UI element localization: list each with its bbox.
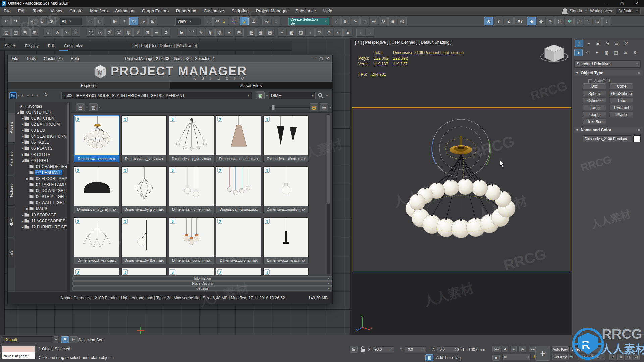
named-selection-icon[interactable]: {} bbox=[332, 17, 341, 25]
percent-snap-icon[interactable]: % bbox=[262, 17, 271, 25]
asset-item[interactable]: 3Dimensiva...muuto.max bbox=[263, 166, 309, 213]
angle-snap-icon[interactable]: ∠ bbox=[249, 17, 258, 25]
search-input[interactable] bbox=[269, 93, 311, 98]
select-move-icon[interactable]: + bbox=[120, 17, 129, 25]
u-icon[interactable]: Ⓤ bbox=[115, 28, 123, 37]
axis-xy-button[interactable]: XY bbox=[514, 17, 526, 25]
go-to-start-button[interactable]: |◀◀ bbox=[492, 346, 501, 352]
tree-item-06-plants[interactable]: ▶06 PLANTS bbox=[15, 145, 70, 152]
x-coordinate-field[interactable]: 90,0▲▼ bbox=[373, 346, 394, 352]
stack-view-button[interactable]: ▥ bbox=[89, 103, 98, 111]
named-selection-caret-icon[interactable]: ▼ bbox=[54, 336, 58, 343]
spinner-snap-icon[interactable]: ↕ bbox=[272, 17, 280, 25]
isolate-icon[interactable]: ◎ bbox=[555, 17, 564, 25]
tree-scrollbar-thumb[interactable] bbox=[67, 103, 69, 164]
back-caret-icon[interactable]: ▼ bbox=[26, 94, 29, 97]
closed-arrow-icon[interactable]: ▶ bbox=[21, 153, 24, 156]
ps-caret-icon[interactable]: ▼ bbox=[17, 94, 20, 97]
pen-icon[interactable]: ✐ bbox=[133, 28, 142, 37]
closed-arrow-icon[interactable]: ▶ bbox=[21, 135, 24, 138]
key-selection-dropdown[interactable]: Selected▼ bbox=[569, 346, 606, 352]
tree-item-04-seating-furnitu[interactable]: ▶04 SEATING FURNITU bbox=[15, 133, 70, 139]
primitive-category-dropdown[interactable]: Standard Primitives▼ bbox=[574, 60, 641, 68]
select-scale-icon[interactable]: ◲ bbox=[139, 17, 148, 25]
asset-thumbnail[interactable] bbox=[263, 217, 309, 257]
pm-menu-tools[interactable]: Tools bbox=[22, 56, 40, 61]
dock-down-icon[interactable]: ↓ bbox=[366, 28, 374, 37]
menu-scripting[interactable]: Scripting bbox=[228, 7, 252, 15]
asset-item[interactable]: 3Dimensiva...orona.max bbox=[74, 115, 119, 162]
closed-arrow-icon[interactable]: ▶ bbox=[21, 226, 24, 229]
asset-thumbnail[interactable] bbox=[169, 268, 214, 275]
add-time-tag-label[interactable]: Add Time Tag bbox=[436, 355, 461, 360]
dock-up-icon[interactable]: ↑ bbox=[356, 28, 365, 37]
tree-item-01-chandelier[interactable]: 01 CHANDELIER bbox=[15, 164, 70, 170]
primitive-button-geosphere[interactable]: GeoSphere bbox=[610, 90, 633, 96]
menu-tools[interactable]: Tools bbox=[29, 7, 47, 15]
box-b-icon[interactable]: ◰ bbox=[11, 28, 20, 37]
slider-handle[interactable] bbox=[272, 105, 275, 110]
grid-set-3-icon[interactable]: ▦ bbox=[266, 28, 274, 37]
select-object-icon[interactable]: ▶ bbox=[111, 17, 119, 25]
render-icon[interactable]: ◍ bbox=[398, 17, 407, 25]
name-color-rollout[interactable]: ▼Name and Color⁙ bbox=[574, 127, 643, 133]
primitive-button-torus[interactable]: Torus bbox=[583, 105, 606, 110]
category-tab-models[interactable]: Models bbox=[8, 113, 15, 143]
viewport-top-label[interactable]: [+] [Top] [User Defined] [Wireframe] bbox=[133, 43, 197, 48]
asset-item[interactable]: 3Dimensiva...orona.max bbox=[216, 217, 261, 264]
closed-arrow-icon[interactable]: ▶ bbox=[21, 117, 24, 120]
asset-thumbnail[interactable] bbox=[74, 166, 119, 206]
primitive-button-tube[interactable]: Tube bbox=[610, 98, 633, 103]
paint-color-swatch[interactable] bbox=[2, 346, 35, 353]
asset-item[interactable]: 3Dimensiva...t_vray.max bbox=[74, 217, 119, 264]
help-icon[interactable]: ? bbox=[584, 17, 592, 25]
sign-in-button[interactable]: Sign In bbox=[570, 9, 582, 13]
pivot-icon[interactable]: ⊞ bbox=[148, 17, 157, 25]
shapes-category-icon[interactable]: ◠ bbox=[584, 49, 592, 56]
thumbnail-size-slider[interactable] bbox=[270, 107, 311, 108]
circle-icon[interactable]: ◯ bbox=[87, 28, 95, 37]
path-field[interactable]: T:\02 LIBRARY\01 MODELS\01 INTERIOR\09 L… bbox=[61, 92, 252, 99]
absolute-mode-icon[interactable]: ⊞ bbox=[350, 346, 358, 353]
category-tab-textures[interactable]: Textures bbox=[8, 176, 15, 206]
hierarchy-icon[interactable]: ⊢ bbox=[70, 336, 78, 343]
snap-2d-icon[interactable]: 2 bbox=[220, 17, 228, 25]
pan-viewport-icon[interactable]: ✥ bbox=[617, 354, 624, 360]
forward-caret-icon[interactable]: ▼ bbox=[36, 94, 39, 97]
pm-menu-customize[interactable]: Customize bbox=[40, 56, 67, 61]
asset-item[interactable]: 3Dimensiva...r_vray.max bbox=[263, 217, 309, 264]
erase-icon[interactable]: ⊠ bbox=[143, 28, 152, 37]
tangent-type-icon[interactable]: ∿ bbox=[570, 354, 573, 359]
helpers-category-icon[interactable]: ◫ bbox=[612, 49, 620, 56]
closed-arrow-icon[interactable]: ▶ bbox=[26, 177, 29, 180]
closed-arrow-icon[interactable]: ▶ bbox=[21, 141, 24, 144]
modify-tab-icon[interactable]: ⌁ bbox=[584, 40, 593, 47]
rollout-information[interactable]: Information▲ bbox=[72, 276, 332, 281]
primitive-button-pyramid[interactable]: Pyramid bbox=[610, 105, 633, 110]
tree-item-maps[interactable]: ▶MAPS bbox=[15, 206, 70, 212]
menu-project-manager[interactable]: Project Manager bbox=[252, 7, 291, 15]
asset-thumbnail[interactable] bbox=[216, 166, 261, 206]
set-keys-button[interactable]: + bbox=[535, 346, 550, 361]
zone-icon[interactable]: Ⓩ bbox=[96, 28, 105, 37]
tree-item-01-interior[interactable]: ◢01 INTERIOR bbox=[15, 109, 70, 115]
named-selection-dropdown[interactable]: Default bbox=[2, 336, 53, 343]
box-a-icon[interactable]: ◱ bbox=[2, 28, 11, 37]
asset-item[interactable]: 3Dimensiva...p_vray.max bbox=[169, 115, 214, 162]
sign-in-caret-icon[interactable]: ▼ bbox=[585, 10, 587, 13]
systems-category-icon[interactable]: ⚒ bbox=[631, 49, 639, 56]
primitive-button-teapot[interactable]: Teapot bbox=[583, 112, 606, 117]
schematic-view-icon[interactable]: ⌗ bbox=[360, 17, 369, 25]
box-d-icon[interactable]: ⊞ bbox=[30, 28, 39, 37]
arrow-up-icon[interactable]: ↑ bbox=[306, 28, 315, 37]
eye-icon[interactable]: ◉ bbox=[206, 28, 215, 37]
updown-icon[interactable]: ↕ bbox=[602, 17, 611, 25]
workspace-dropdown[interactable]: Default▼ bbox=[616, 8, 641, 14]
asset-item[interactable]: 3 bbox=[216, 268, 261, 275]
asset-thumbnail[interactable] bbox=[121, 115, 167, 155]
menu-create[interactable]: Create bbox=[66, 7, 86, 15]
tree-item-03-floor-lamp[interactable]: ▶03 FLOOR LAMP bbox=[15, 176, 70, 182]
window-crossing-icon[interactable]: ◻ bbox=[95, 17, 104, 25]
snap-25d-icon[interactable]: 2.5 bbox=[229, 17, 239, 25]
primitive-button-plane[interactable]: Plane bbox=[610, 112, 633, 117]
